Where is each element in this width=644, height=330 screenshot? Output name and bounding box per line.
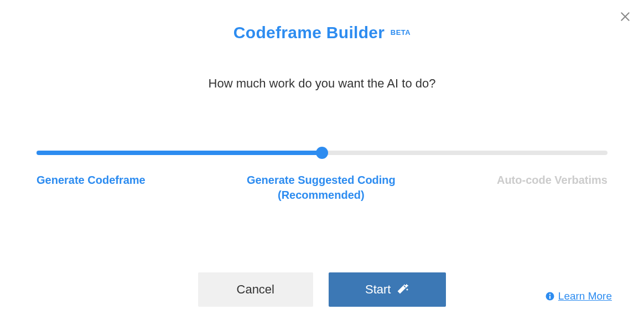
slider-track bbox=[37, 151, 607, 155]
cancel-button[interactable]: Cancel bbox=[198, 272, 313, 307]
beta-badge: BETA bbox=[391, 28, 411, 37]
start-button-label: Start bbox=[365, 282, 391, 297]
magic-wand-icon bbox=[396, 283, 409, 296]
slider-option-auto-code-verbatims[interactable]: Auto-code Verbatims bbox=[497, 174, 607, 202]
slider-option-label: Generate Suggested Coding bbox=[247, 174, 396, 186]
slider-fill bbox=[37, 151, 322, 155]
close-button[interactable] bbox=[620, 10, 631, 24]
slider-option-generate-codeframe[interactable]: Generate Codeframe bbox=[37, 174, 146, 202]
modal-subtitle: How much work do you want the AI to do? bbox=[0, 76, 644, 91]
learn-more: Learn More bbox=[545, 290, 612, 302]
slider-thumb[interactable] bbox=[316, 147, 328, 159]
start-button[interactable]: Start bbox=[329, 272, 446, 307]
svg-rect-2 bbox=[549, 296, 550, 299]
ai-effort-slider[interactable]: Generate Codeframe Generate Suggested Co… bbox=[37, 151, 607, 202]
cancel-button-label: Cancel bbox=[237, 282, 274, 297]
slider-option-label: Auto-code Verbatims bbox=[497, 174, 607, 186]
info-icon bbox=[545, 291, 555, 301]
slider-option-label: Generate Codeframe bbox=[37, 174, 146, 186]
modal-title: Codeframe Builder bbox=[233, 23, 385, 42]
svg-point-1 bbox=[549, 293, 550, 295]
slider-labels: Generate Codeframe Generate Suggested Co… bbox=[37, 174, 607, 202]
title-row: Codeframe Builder BETA bbox=[0, 23, 644, 42]
learn-more-link[interactable]: Learn More bbox=[558, 290, 612, 302]
slider-option-generate-suggested-coding[interactable]: Generate Suggested Coding (Recommended) bbox=[247, 174, 396, 202]
slider-option-sublabel: (Recommended) bbox=[247, 189, 396, 202]
